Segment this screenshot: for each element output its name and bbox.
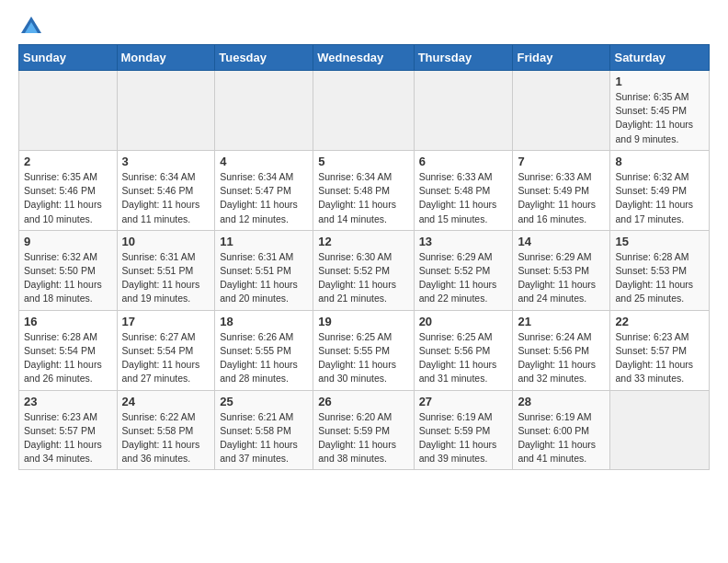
- day-info: Sunrise: 6:34 AM Sunset: 5:46 PM Dayligh…: [122, 170, 210, 226]
- day-number: 1: [615, 75, 704, 88]
- weekday-header-wednesday: Wednesday: [313, 45, 414, 71]
- day-number: 3: [122, 155, 210, 168]
- weekday-header-tuesday: Tuesday: [215, 45, 313, 71]
- calendar-cell: 11Sunrise: 6:31 AM Sunset: 5:51 PM Dayli…: [215, 230, 313, 310]
- weekday-header-thursday: Thursday: [414, 45, 513, 71]
- calendar-week-row: 23Sunrise: 6:23 AM Sunset: 5:57 PM Dayli…: [19, 390, 710, 470]
- calendar-cell: 5Sunrise: 6:34 AM Sunset: 5:48 PM Daylig…: [313, 150, 414, 230]
- calendar-cell: 22Sunrise: 6:23 AM Sunset: 5:57 PM Dayli…: [610, 310, 710, 390]
- calendar-cell: [414, 71, 513, 151]
- calendar-cell: 19Sunrise: 6:25 AM Sunset: 5:55 PM Dayli…: [313, 310, 414, 390]
- logo-icon: [21, 17, 41, 33]
- weekday-header-friday: Friday: [513, 45, 610, 71]
- calendar-cell: 25Sunrise: 6:21 AM Sunset: 5:58 PM Dayli…: [215, 390, 313, 470]
- day-info: Sunrise: 6:26 AM Sunset: 5:55 PM Dayligh…: [220, 330, 308, 386]
- day-number: 17: [122, 315, 210, 328]
- day-number: 21: [518, 315, 605, 328]
- calendar-cell: 2Sunrise: 6:35 AM Sunset: 5:46 PM Daylig…: [19, 150, 118, 230]
- day-info: Sunrise: 6:35 AM Sunset: 5:45 PM Dayligh…: [615, 90, 704, 146]
- day-number: 4: [220, 155, 308, 168]
- day-info: Sunrise: 6:32 AM Sunset: 5:49 PM Dayligh…: [615, 170, 704, 226]
- weekday-header-sunday: Sunday: [19, 45, 118, 71]
- calendar-table: SundayMondayTuesdayWednesdayThursdayFrid…: [18, 44, 710, 470]
- day-number: 15: [615, 235, 704, 248]
- calendar-cell: 28Sunrise: 6:19 AM Sunset: 6:00 PM Dayli…: [513, 390, 610, 470]
- day-number: 14: [518, 235, 605, 248]
- day-info: Sunrise: 6:27 AM Sunset: 5:54 PM Dayligh…: [122, 330, 210, 386]
- day-info: Sunrise: 6:32 AM Sunset: 5:50 PM Dayligh…: [24, 250, 112, 306]
- day-info: Sunrise: 6:20 AM Sunset: 5:59 PM Dayligh…: [318, 410, 408, 466]
- day-info: Sunrise: 6:19 AM Sunset: 6:00 PM Dayligh…: [518, 410, 605, 466]
- calendar-cell: 14Sunrise: 6:29 AM Sunset: 5:53 PM Dayli…: [513, 230, 610, 310]
- calendar-cell: 7Sunrise: 6:33 AM Sunset: 5:49 PM Daylig…: [513, 150, 610, 230]
- calendar-cell: 17Sunrise: 6:27 AM Sunset: 5:54 PM Dayli…: [117, 310, 215, 390]
- calendar-cell: [215, 71, 313, 151]
- logo: [18, 15, 41, 33]
- day-number: 6: [419, 155, 508, 168]
- day-number: 16: [24, 315, 112, 328]
- day-number: 19: [318, 315, 408, 328]
- calendar-cell: 1Sunrise: 6:35 AM Sunset: 5:45 PM Daylig…: [610, 71, 710, 151]
- calendar-cell: 27Sunrise: 6:19 AM Sunset: 5:59 PM Dayli…: [414, 390, 513, 470]
- calendar-week-row: 9Sunrise: 6:32 AM Sunset: 5:50 PM Daylig…: [19, 230, 710, 310]
- day-info: Sunrise: 6:29 AM Sunset: 5:53 PM Dayligh…: [518, 250, 605, 306]
- calendar-cell: 3Sunrise: 6:34 AM Sunset: 5:46 PM Daylig…: [117, 150, 215, 230]
- calendar-cell: 18Sunrise: 6:26 AM Sunset: 5:55 PM Dayli…: [215, 310, 313, 390]
- day-number: 18: [220, 315, 308, 328]
- day-number: 23: [24, 395, 112, 408]
- calendar-cell: [610, 390, 710, 470]
- day-info: Sunrise: 6:22 AM Sunset: 5:58 PM Dayligh…: [122, 410, 210, 466]
- calendar-cell: 10Sunrise: 6:31 AM Sunset: 5:51 PM Dayli…: [117, 230, 215, 310]
- day-info: Sunrise: 6:28 AM Sunset: 5:53 PM Dayligh…: [615, 250, 704, 306]
- weekday-header-monday: Monday: [117, 45, 215, 71]
- day-info: Sunrise: 6:30 AM Sunset: 5:52 PM Dayligh…: [318, 250, 408, 306]
- day-info: Sunrise: 6:34 AM Sunset: 5:48 PM Dayligh…: [318, 170, 408, 226]
- day-number: 22: [615, 315, 704, 328]
- day-info: Sunrise: 6:29 AM Sunset: 5:52 PM Dayligh…: [419, 250, 508, 306]
- day-info: Sunrise: 6:24 AM Sunset: 5:56 PM Dayligh…: [518, 330, 605, 386]
- calendar-week-row: 2Sunrise: 6:35 AM Sunset: 5:46 PM Daylig…: [19, 150, 710, 230]
- calendar-cell: 23Sunrise: 6:23 AM Sunset: 5:57 PM Dayli…: [19, 390, 118, 470]
- calendar-week-row: 16Sunrise: 6:28 AM Sunset: 5:54 PM Dayli…: [19, 310, 710, 390]
- calendar-cell: 6Sunrise: 6:33 AM Sunset: 5:48 PM Daylig…: [414, 150, 513, 230]
- calendar-cell: 13Sunrise: 6:29 AM Sunset: 5:52 PM Dayli…: [414, 230, 513, 310]
- day-number: 5: [318, 155, 408, 168]
- day-number: 20: [419, 315, 508, 328]
- day-info: Sunrise: 6:31 AM Sunset: 5:51 PM Dayligh…: [220, 250, 308, 306]
- day-info: Sunrise: 6:23 AM Sunset: 5:57 PM Dayligh…: [615, 330, 704, 386]
- day-number: 25: [220, 395, 308, 408]
- day-info: Sunrise: 6:28 AM Sunset: 5:54 PM Dayligh…: [24, 330, 112, 386]
- day-number: 9: [24, 235, 112, 248]
- day-info: Sunrise: 6:23 AM Sunset: 5:57 PM Dayligh…: [24, 410, 112, 466]
- day-number: 12: [318, 235, 408, 248]
- calendar-cell: 8Sunrise: 6:32 AM Sunset: 5:49 PM Daylig…: [610, 150, 710, 230]
- day-number: 13: [419, 235, 508, 248]
- day-info: Sunrise: 6:25 AM Sunset: 5:55 PM Dayligh…: [318, 330, 408, 386]
- day-number: 10: [122, 235, 210, 248]
- weekday-header-saturday: Saturday: [610, 45, 710, 71]
- day-number: 27: [419, 395, 508, 408]
- calendar-cell: [513, 71, 610, 151]
- calendar-week-row: 1Sunrise: 6:35 AM Sunset: 5:45 PM Daylig…: [19, 71, 710, 151]
- calendar-cell: 4Sunrise: 6:34 AM Sunset: 5:47 PM Daylig…: [215, 150, 313, 230]
- calendar-cell: 15Sunrise: 6:28 AM Sunset: 5:53 PM Dayli…: [610, 230, 710, 310]
- day-number: 8: [615, 155, 704, 168]
- day-number: 26: [318, 395, 408, 408]
- day-number: 28: [518, 395, 605, 408]
- calendar-cell: 9Sunrise: 6:32 AM Sunset: 5:50 PM Daylig…: [19, 230, 118, 310]
- calendar-cell: 20Sunrise: 6:25 AM Sunset: 5:56 PM Dayli…: [414, 310, 513, 390]
- calendar-cell: 16Sunrise: 6:28 AM Sunset: 5:54 PM Dayli…: [19, 310, 118, 390]
- page-header: [18, 15, 710, 33]
- day-info: Sunrise: 6:33 AM Sunset: 5:48 PM Dayligh…: [419, 170, 508, 226]
- calendar-cell: 12Sunrise: 6:30 AM Sunset: 5:52 PM Dayli…: [313, 230, 414, 310]
- day-number: 24: [122, 395, 210, 408]
- day-info: Sunrise: 6:33 AM Sunset: 5:49 PM Dayligh…: [518, 170, 605, 226]
- day-info: Sunrise: 6:35 AM Sunset: 5:46 PM Dayligh…: [24, 170, 112, 226]
- calendar-cell: 24Sunrise: 6:22 AM Sunset: 5:58 PM Dayli…: [117, 390, 215, 470]
- calendar-cell: 21Sunrise: 6:24 AM Sunset: 5:56 PM Dayli…: [513, 310, 610, 390]
- day-number: 11: [220, 235, 308, 248]
- day-info: Sunrise: 6:19 AM Sunset: 5:59 PM Dayligh…: [419, 410, 508, 466]
- day-number: 7: [518, 155, 605, 168]
- day-number: 2: [24, 155, 112, 168]
- day-info: Sunrise: 6:34 AM Sunset: 5:47 PM Dayligh…: [220, 170, 308, 226]
